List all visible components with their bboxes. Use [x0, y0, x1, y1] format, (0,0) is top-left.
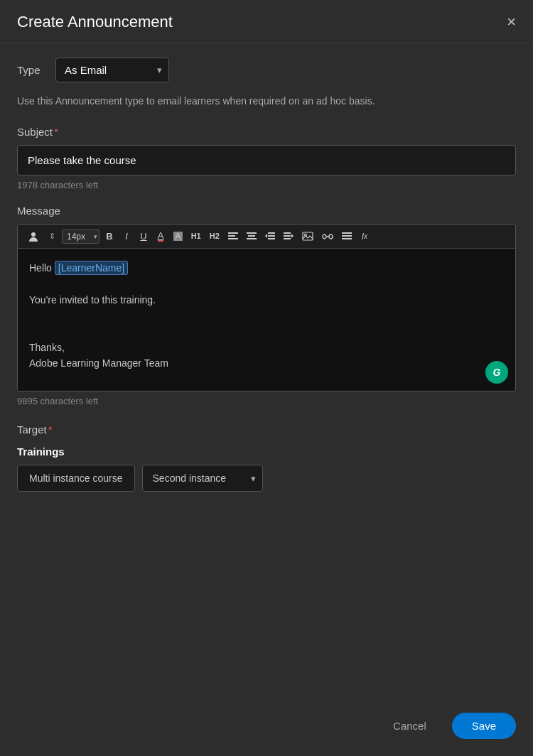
svg-rect-13	[284, 238, 291, 239]
course-tag: Multi instance course	[17, 465, 135, 492]
learner-name-tag: [LearnerName]	[55, 261, 128, 275]
svg-rect-21	[342, 238, 352, 239]
image-button[interactable]	[299, 230, 316, 243]
close-button[interactable]: ×	[507, 14, 516, 30]
trainings-label: Trainings	[17, 446, 516, 458]
indent-decrease-button[interactable]	[262, 230, 278, 243]
invited-text: You're invited to this training.	[29, 292, 504, 308]
clear-format-button[interactable]: Ix	[357, 230, 372, 243]
align-center-button[interactable]	[244, 230, 259, 243]
svg-rect-6	[247, 238, 257, 239]
underline-button[interactable]: U	[136, 230, 151, 243]
message-section: Message ⇕ 14px	[17, 205, 516, 406]
font-size-select[interactable]: 14px 10px 12px 16px 18px	[62, 230, 99, 244]
description-text: Use this Announcement type to email lear…	[17, 94, 516, 109]
subject-label: Subject*	[17, 126, 516, 138]
editor-content[interactable]: Hello [LearnerName] You're invited to th…	[18, 249, 515, 391]
thanks-text: Thanks,	[29, 340, 504, 355]
type-select[interactable]: As Email As Notification	[55, 58, 169, 82]
type-row: Type As Email As Notification ▾	[17, 58, 516, 82]
svg-marker-10	[265, 234, 267, 238]
grammarly-icon: G	[485, 361, 508, 384]
bold-button[interactable]: B	[102, 230, 117, 243]
create-announcement-modal: Create Announcement × Type As Email As N…	[0, 0, 533, 756]
person-icon-btn[interactable]	[25, 230, 42, 244]
svg-rect-17	[323, 234, 326, 239]
type-select-wrapper: As Email As Notification ▾	[55, 58, 169, 82]
svg-rect-4	[247, 232, 257, 234]
svg-rect-9	[268, 238, 275, 239]
instance-select[interactable]: Second instance First instance Third ins…	[142, 465, 263, 492]
hello-text: Hello	[29, 262, 55, 274]
person-arrows-icon: ⇕	[45, 230, 59, 242]
h2-button[interactable]: H2	[207, 230, 222, 242]
svg-rect-7	[268, 232, 275, 234]
subject-input[interactable]	[17, 145, 516, 176]
font-size-select-wrapper: 14px 10px 12px 16px 18px ▾	[62, 230, 99, 244]
link-button[interactable]	[319, 231, 336, 242]
type-label: Type	[17, 64, 45, 76]
editor-container: ⇕ 14px 10px 12px 16px 18px ▾ B I	[17, 224, 516, 392]
target-label: Target*	[17, 423, 516, 436]
align-left-button[interactable]	[225, 230, 241, 243]
highlight-button[interactable]: A	[171, 230, 185, 243]
cancel-button[interactable]: Cancel	[379, 713, 441, 739]
svg-rect-20	[342, 235, 352, 237]
svg-rect-18	[329, 234, 333, 239]
save-button[interactable]: Save	[452, 713, 516, 739]
message-label: Message	[17, 205, 516, 217]
svg-marker-14	[291, 234, 294, 238]
modal-footer: Cancel Save	[0, 696, 533, 756]
indent-increase-button[interactable]	[281, 230, 296, 243]
h1-button[interactable]: H1	[188, 230, 204, 242]
modal-title: Create Announcement	[17, 13, 173, 31]
modal-body: Type As Email As Notification ▾ Use this…	[0, 43, 533, 506]
italic-button[interactable]: I	[119, 230, 134, 243]
subject-chars-left: 1978 characters left	[17, 180, 516, 190]
instance-select-wrapper: Second instance First instance Third ins…	[142, 465, 263, 492]
svg-rect-11	[284, 232, 291, 234]
subject-required-star: *	[54, 126, 58, 138]
message-chars-left: 9895 characters left	[17, 396, 516, 406]
svg-rect-12	[284, 235, 291, 237]
font-color-button[interactable]: A	[154, 229, 168, 244]
subject-section: Subject* 1978 characters left	[17, 126, 516, 190]
svg-rect-8	[268, 235, 275, 237]
editor-toolbar: ⇕ 14px 10px 12px 16px 18px ▾ B I	[18, 225, 515, 249]
svg-rect-3	[228, 238, 238, 239]
target-required-star: *	[48, 423, 53, 436]
justify-button[interactable]	[339, 230, 355, 243]
svg-rect-5	[248, 235, 255, 237]
svg-rect-19	[342, 232, 352, 234]
target-section: Target* Trainings Multi instance course …	[17, 423, 516, 492]
svg-rect-15	[303, 232, 313, 240]
svg-rect-2	[228, 235, 235, 237]
modal-header: Create Announcement ×	[0, 0, 533, 43]
trainings-row: Multi instance course Second instance Fi…	[17, 465, 516, 492]
team-text: Adobe Learning Manager Team	[29, 355, 504, 371]
svg-rect-1	[228, 232, 238, 234]
svg-point-0	[31, 232, 36, 237]
